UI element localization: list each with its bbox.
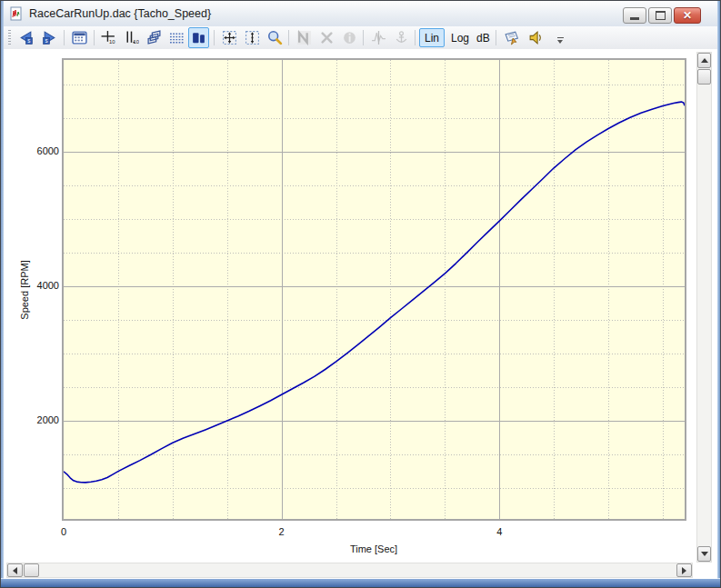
close-button[interactable]: ✕	[674, 7, 701, 24]
toolbar: s s	[4, 26, 717, 50]
toolbar-gripper[interactable]	[8, 30, 11, 45]
harmonic-cursor-10-button[interactable]: 10	[121, 27, 142, 48]
data-grid-button[interactable]	[69, 27, 90, 48]
close-icon: ✕	[683, 10, 692, 21]
svg-text:s: s	[45, 37, 48, 44]
toolbar-separator	[363, 30, 364, 45]
info-icon	[342, 30, 357, 45]
overlay-cascade-icon	[146, 30, 162, 45]
toolbar-overflow-button[interactable]	[555, 37, 566, 44]
autoscale-xy-button[interactable]	[219, 27, 240, 48]
minimize-icon	[630, 17, 639, 20]
lin-label: Lin	[425, 32, 439, 45]
application-window: RaceCarRunUp.dac {Tacho_Speed} ✕ s s	[0, 0, 721, 588]
restore-icon	[656, 11, 666, 20]
cursor-values-button[interactable]	[368, 27, 389, 48]
solid-display-icon	[191, 30, 206, 45]
chevron-down-icon	[557, 40, 563, 44]
svg-text:10: 10	[109, 39, 115, 45]
vertical-scroll-thumb[interactable]	[697, 69, 711, 85]
toolbar-separator	[214, 30, 215, 45]
x-tick-label: 0	[50, 526, 77, 538]
horizontal-scrollbar[interactable]	[6, 563, 693, 578]
scroll-down-button[interactable]	[697, 546, 711, 562]
scroll-right-button[interactable]	[676, 563, 692, 577]
scan-right-button[interactable]: s	[39, 27, 60, 48]
overlay-cascade-button[interactable]	[144, 27, 165, 48]
scroll-left-button[interactable]	[7, 563, 23, 577]
magnifier-icon	[267, 30, 283, 45]
y-tick-label: 4000	[25, 280, 59, 292]
x-tick-label: 2	[268, 526, 295, 538]
plot-area[interactable]	[62, 58, 686, 521]
arrow-down-icon	[701, 552, 708, 556]
harmonic-cursor-10-icon: 10	[124, 30, 139, 45]
svg-text:s: s	[27, 37, 30, 44]
export-touch-button[interactable]	[501, 27, 522, 48]
arrow-up-icon	[701, 58, 708, 63]
autoscale-y-button[interactable]	[242, 27, 263, 48]
y-tick-label: 6000	[25, 145, 59, 157]
toolbar-separator	[94, 30, 95, 45]
x-axis-title: Time [Sec]	[350, 543, 397, 554]
toolbar-separator	[496, 30, 496, 45]
svg-text:10: 10	[134, 39, 139, 45]
curve-overlay-button[interactable]	[294, 27, 315, 48]
cursor-wave-icon	[371, 30, 386, 45]
speaker-icon	[528, 30, 544, 45]
window-border-bottom	[1, 578, 720, 587]
delete-curve-button[interactable]	[316, 27, 337, 48]
scan-right-icon: s	[42, 30, 57, 45]
minimize-button[interactable]	[623, 7, 646, 24]
restore-button[interactable]	[648, 7, 672, 24]
dotted-display-icon	[169, 30, 185, 45]
anchor-icon	[394, 30, 409, 45]
lin-scale-button[interactable]: Lin	[419, 28, 445, 47]
audio-replay-button[interactable]	[526, 27, 546, 48]
curve-overlay-icon	[296, 30, 312, 45]
vertical-scrollbar[interactable]	[696, 52, 712, 563]
db-scale-button[interactable]: dB	[471, 28, 496, 47]
scan-left-icon: s	[18, 30, 34, 45]
anchor-cursor-button[interactable]	[391, 27, 412, 48]
horizontal-scroll-thumb[interactable]	[24, 563, 39, 577]
arrow-right-icon	[682, 567, 686, 574]
y-tick-label: 2000	[25, 414, 59, 426]
scan-left-button[interactable]: s	[15, 27, 36, 48]
autoscale-xy-icon	[222, 30, 237, 45]
cursor-scale-10-button[interactable]: 10	[98, 27, 119, 48]
data-grid-icon	[72, 30, 87, 45]
toolbar-separator	[64, 30, 65, 45]
zoom-button[interactable]	[265, 27, 285, 48]
cursor-scale-10-icon: 10	[101, 30, 116, 45]
solid-display-button[interactable]	[188, 27, 209, 48]
delete-x-icon	[319, 30, 335, 45]
db-label: dB	[476, 32, 490, 45]
autoscale-y-icon	[245, 30, 260, 45]
x-tick-label: 4	[486, 526, 513, 538]
title-bar[interactable]: RaceCarRunUp.dac {Tacho_Speed} ✕	[4, 1, 717, 27]
dotted-display-button[interactable]	[166, 27, 187, 48]
info-button[interactable]	[339, 27, 360, 48]
export-touch-icon	[504, 30, 519, 45]
window-title: RaceCarRunUp.dac {Tacho_Speed}	[29, 7, 211, 20]
overflow-bar-icon	[557, 37, 564, 38]
log-label: Log	[451, 32, 469, 45]
app-icon	[9, 6, 24, 21]
toolbar-separator	[415, 30, 416, 45]
arrow-left-icon	[13, 567, 17, 574]
window-border-right	[717, 1, 720, 587]
scroll-up-button[interactable]	[697, 53, 711, 68]
toolbar-separator	[288, 30, 289, 45]
